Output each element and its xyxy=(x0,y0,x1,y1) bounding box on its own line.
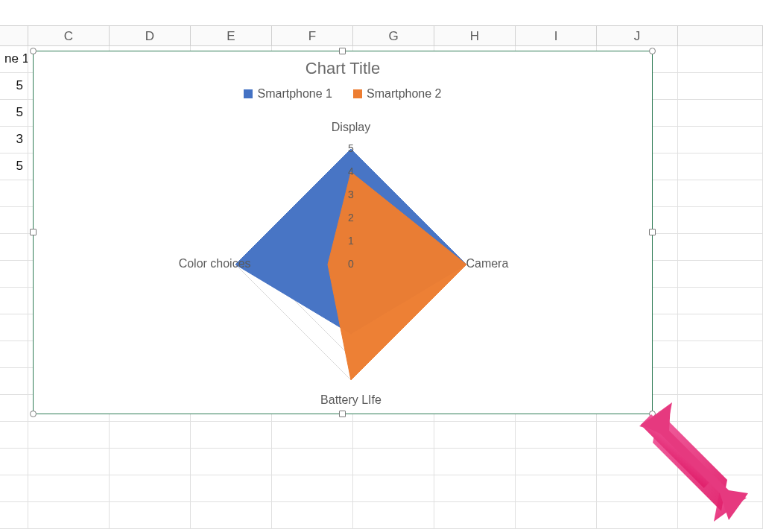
cell[interactable] xyxy=(28,449,110,475)
column-header-blank[interactable] xyxy=(0,26,28,47)
cell[interactable] xyxy=(0,234,28,261)
cell[interactable] xyxy=(597,475,678,502)
resize-handle-top-left[interactable] xyxy=(30,48,37,54)
resize-handle-top-center[interactable] xyxy=(339,48,346,54)
cell[interactable] xyxy=(353,502,434,529)
chart-object[interactable]: Chart Title Smartphone 1 Smartphone 2 Di… xyxy=(33,51,653,414)
table-row xyxy=(0,422,763,449)
cell[interactable] xyxy=(191,422,272,449)
cell[interactable] xyxy=(678,180,763,207)
cell[interactable] xyxy=(28,502,110,529)
cell[interactable] xyxy=(0,207,28,234)
radar-tick-label: 0 xyxy=(343,258,358,270)
cell[interactable] xyxy=(0,180,28,207)
cell[interactable] xyxy=(353,422,434,449)
cell[interactable] xyxy=(434,502,516,529)
cell[interactable] xyxy=(0,475,28,502)
cell[interactable] xyxy=(434,449,516,475)
column-header-J[interactable]: J xyxy=(597,26,678,47)
cell[interactable] xyxy=(678,502,763,529)
cell[interactable]: 3 xyxy=(0,127,28,153)
column-header-C[interactable]: C xyxy=(28,26,110,47)
cell[interactable] xyxy=(353,475,434,502)
radar-axis-label: Display xyxy=(299,121,403,134)
cell[interactable]: 5 xyxy=(0,100,28,127)
legend-item-2[interactable]: Smartphone 2 xyxy=(353,87,442,101)
cell[interactable] xyxy=(597,449,678,475)
cell[interactable] xyxy=(0,449,28,475)
column-header-D[interactable]: D xyxy=(110,26,191,47)
cell[interactable] xyxy=(678,341,763,368)
cell[interactable] xyxy=(678,288,763,314)
radar-plot-area[interactable]: DisplayCameraBattery LIfeColor choices01… xyxy=(34,101,652,414)
radar-tick-label: 4 xyxy=(343,165,358,177)
resize-handle-top-right[interactable] xyxy=(649,48,656,54)
cell[interactable] xyxy=(0,341,28,368)
cell[interactable] xyxy=(434,475,516,502)
cell[interactable] xyxy=(0,288,28,314)
cell[interactable] xyxy=(678,475,763,502)
cell[interactable] xyxy=(272,502,353,529)
cell[interactable] xyxy=(516,449,597,475)
column-header-E[interactable]: E xyxy=(191,26,272,47)
radar-tick-label: 2 xyxy=(343,212,358,224)
cell[interactable] xyxy=(678,46,763,73)
cell[interactable] xyxy=(191,475,272,502)
legend-swatch-1 xyxy=(244,89,253,98)
cell[interactable] xyxy=(110,502,191,529)
cell[interactable] xyxy=(678,422,763,449)
cell[interactable]: 5 xyxy=(0,73,28,100)
chart-legend[interactable]: Smartphone 1 Smartphone 2 xyxy=(34,87,652,101)
cell[interactable] xyxy=(678,73,763,100)
cell[interactable] xyxy=(0,502,28,529)
cell[interactable] xyxy=(272,449,353,475)
cell[interactable] xyxy=(678,153,763,180)
cell[interactable] xyxy=(678,234,763,261)
cell[interactable] xyxy=(678,395,763,422)
cell[interactable] xyxy=(272,422,353,449)
cell[interactable] xyxy=(597,422,678,449)
cell[interactable] xyxy=(678,100,763,127)
table-row xyxy=(0,449,763,475)
legend-item-1[interactable]: Smartphone 1 xyxy=(244,87,332,101)
cell[interactable] xyxy=(353,449,434,475)
radar-axis-label: Color choices xyxy=(162,257,267,270)
cell[interactable] xyxy=(597,502,678,529)
cell[interactable] xyxy=(0,314,28,341)
cell[interactable] xyxy=(434,422,516,449)
column-header-blank[interactable] xyxy=(678,26,763,47)
cell[interactable] xyxy=(28,422,110,449)
table-row xyxy=(0,475,763,502)
legend-swatch-2 xyxy=(353,89,362,98)
cell[interactable]: ne 1 xyxy=(0,46,28,73)
column-header-G[interactable]: G xyxy=(353,26,434,47)
cell[interactable] xyxy=(678,314,763,341)
cell[interactable] xyxy=(110,475,191,502)
cell[interactable] xyxy=(0,368,28,395)
cell[interactable] xyxy=(516,475,597,502)
legend-label-2: Smartphone 2 xyxy=(367,87,442,101)
cell[interactable] xyxy=(28,475,110,502)
cell[interactable] xyxy=(110,449,191,475)
chart-title[interactable]: Chart Title xyxy=(34,59,652,78)
radar-axis-label: Camera xyxy=(435,257,539,270)
cell[interactable]: 5 xyxy=(0,153,28,180)
cell[interactable] xyxy=(0,261,28,288)
cell[interactable] xyxy=(678,449,763,475)
cell[interactable] xyxy=(272,475,353,502)
cell[interactable] xyxy=(516,422,597,449)
column-header-F[interactable]: F xyxy=(272,26,353,47)
cell[interactable] xyxy=(678,127,763,153)
cell[interactable] xyxy=(678,261,763,288)
cell[interactable] xyxy=(0,395,28,422)
cell[interactable] xyxy=(0,422,28,449)
column-header-row: CDEFGHIJ xyxy=(0,25,763,46)
cell[interactable] xyxy=(191,502,272,529)
column-header-I[interactable]: I xyxy=(516,26,597,47)
cell[interactable] xyxy=(110,422,191,449)
cell[interactable] xyxy=(516,502,597,529)
cell[interactable] xyxy=(678,368,763,395)
cell[interactable] xyxy=(678,207,763,234)
column-header-H[interactable]: H xyxy=(434,26,516,47)
cell[interactable] xyxy=(191,449,272,475)
